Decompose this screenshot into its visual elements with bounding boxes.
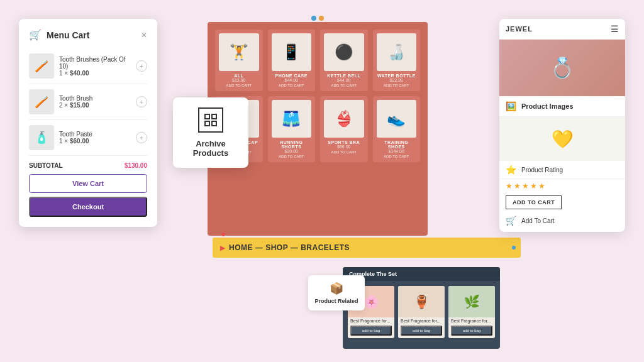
- cart-subtotal: SUBTOTAL $130.00: [29, 156, 147, 174]
- archive-products-title: Archive Products: [183, 139, 238, 158]
- cart-item-add-button[interactable]: +: [136, 60, 147, 72]
- menu-cart-widget: 🛒 Menu Cart ✕ 🪥 Tooth Brushes (Pack Of 1…: [19, 19, 157, 227]
- grid-item-price: $22.00: [377, 78, 417, 82]
- grid-item-image: 🏋️: [219, 33, 259, 71]
- star-4: ★: [530, 182, 537, 190]
- cart-item-image: 🪥: [29, 53, 54, 79]
- dot-red: [221, 233, 225, 236]
- product-related-label: Product Related: [314, 298, 358, 304]
- close-button[interactable]: ✕: [141, 31, 147, 40]
- grid-item-image: 🍶: [377, 33, 417, 71]
- cart-item: 🪥 Tooth Brushes (Pack Of 10) 1 × $40.00 …: [29, 48, 147, 84]
- grid-item-price: $13.00: [219, 78, 259, 82]
- add-to-cart-button[interactable]: ADD TO CART: [324, 150, 364, 154]
- complete-product-item[interactable]: 🌿 Best Fragrance for... add to bag: [448, 286, 495, 338]
- grid-item[interactable]: ⚫ KETTLE BELL $44.00 ADD TO CART: [320, 30, 368, 91]
- breadcrumb-dots: [221, 233, 225, 236]
- grid-item-image: 🩳: [272, 100, 312, 138]
- svg-rect-2: [205, 121, 209, 126]
- grid-item-image: 📱: [272, 33, 312, 71]
- jewel-logo: JEWEL: [506, 25, 533, 33]
- add-to-cart-button[interactable]: ADD TO CART: [219, 84, 259, 87]
- grid-item-name: SPORTS BRA: [324, 140, 364, 145]
- grid-item[interactable]: 📱 PHONE CASE $44.00 ADD TO CART: [268, 30, 316, 91]
- add-to-cart-button[interactable]: ADD TO CART: [377, 84, 417, 87]
- complete-the-set-section: Complete The Set 🌸 Best Fragrance for...…: [343, 267, 500, 349]
- grid-item-name: RUNNING SHORTS: [272, 140, 312, 149]
- jewel-hero-image: 💍: [499, 40, 625, 96]
- grid-item-image: 👙: [324, 100, 364, 138]
- grid-item[interactable]: 👙 SPORTS BRA $66.00 ADD TO CART: [320, 96, 368, 162]
- rating-icon: ⭐: [506, 165, 516, 175]
- add-to-cart-button[interactable]: ADD TO CART: [272, 155, 312, 158]
- grid-item[interactable]: 🍶 WATER BOTTLE $22.00 ADD TO CART: [373, 30, 421, 91]
- grid-item-image: ⚫: [324, 33, 364, 71]
- add-to-cart-button[interactable]: ADD TO CART: [506, 195, 562, 209]
- grid-item[interactable]: 🩳 RUNNING SHORTS $20.00 ADD TO CART: [268, 96, 316, 162]
- cart-item-info: Tooth Paste 1 × $60.00: [59, 131, 131, 145]
- product-rating-section: ⭐ Product Rating: [499, 161, 625, 179]
- archive-products-widget: Archive Products: [173, 97, 248, 168]
- stars-row: ★ ★ ★ ★ ★: [499, 179, 625, 193]
- add-to-bag-button[interactable]: add to bag: [401, 326, 442, 336]
- cart-item-info: Tooth Brushes (Pack Of 10) 1 × $40.00: [59, 56, 131, 77]
- cart-item-name: Tooth Paste: [59, 131, 131, 138]
- cart-item-add-button[interactable]: +: [136, 132, 147, 143]
- grid-item-price: $20.00: [272, 149, 312, 153]
- grid-row: 🏋️ ALL $13.00 ADD TO CART 📱 PHONE CASE $…: [215, 30, 420, 91]
- svg-rect-3: [212, 121, 216, 126]
- grid-top-dots: [311, 16, 324, 21]
- star-2: ★: [514, 182, 521, 190]
- grid-item-name: PHONE CASE: [272, 74, 312, 78]
- complete-product-name: Best Fragrance for...: [398, 317, 445, 324]
- cart-item-qty: 1 × $40.00: [59, 70, 131, 77]
- grid-item-name: ALL: [219, 74, 259, 78]
- product-images-section: 🖼️ Product Images: [499, 96, 625, 117]
- star-3: ★: [522, 182, 529, 190]
- svg-rect-1: [212, 114, 216, 119]
- jewel-header: JEWEL ☰: [499, 19, 625, 40]
- grid-item-price: $66.00: [324, 145, 364, 149]
- grid-item[interactable]: 🏋️ ALL $13.00 ADD TO CART: [215, 30, 263, 91]
- product-related-widget: 📦 Product Related: [308, 275, 365, 310]
- breadcrumb-icon: ▶: [220, 244, 225, 251]
- grid-item-price: $144.00: [377, 149, 417, 153]
- cart-item-add-button[interactable]: +: [136, 96, 147, 107]
- add-to-cart-button[interactable]: ADD TO CART: [272, 84, 312, 87]
- product-images-label: Product Images: [521, 102, 574, 110]
- jewel-menu-icon[interactable]: ☰: [611, 24, 619, 34]
- complete-product-name: Best Fragrance for...: [348, 317, 394, 324]
- subtotal-label: SUBTOTAL: [29, 162, 63, 169]
- add-to-cart-button[interactable]: ADD TO CART: [377, 155, 417, 158]
- cart-item-name: Tooth Brush: [59, 95, 131, 102]
- complete-section-header: Complete The Set: [343, 267, 500, 281]
- star-5: ★: [538, 182, 545, 190]
- product-images-icon: 🖼️: [506, 101, 516, 111]
- grid-item[interactable]: 👟 TRAINING SHOES $144.00 ADD TO CART: [373, 96, 421, 162]
- cart-item-image: 🧴: [29, 125, 54, 150]
- grid-item-price: $44.00: [272, 78, 312, 82]
- add-to-cart-button[interactable]: ADD TO CART: [324, 84, 364, 87]
- complete-product-item[interactable]: 🏺 Best Fragrance for... add to bag: [398, 286, 445, 338]
- jewel-widget: JEWEL ☰ 💍 🖼️ Product Images 💛 ⭐ Product …: [499, 19, 625, 232]
- product-related-icon: 📦: [330, 282, 343, 295]
- cart-item-qty: 1 × $60.00: [59, 138, 131, 145]
- dot-orange: [319, 16, 324, 21]
- cart-icon: 🛒: [29, 29, 42, 41]
- complete-product-image: 🌿: [448, 286, 495, 317]
- breadcrumb-widget: ▶ HOME — SHOP — BRACELETS: [213, 238, 521, 258]
- add-to-bag-button[interactable]: add to bag: [350, 326, 392, 336]
- cart-item-image: 🪥: [29, 89, 54, 114]
- view-cart-button[interactable]: View Cart: [29, 174, 147, 193]
- add-to-bag-button[interactable]: add to bag: [451, 326, 492, 336]
- cart-widget-icon: 🛒: [506, 216, 516, 226]
- cart-item-qty: 2 × $15.00: [59, 102, 131, 109]
- dot-blue: [311, 16, 316, 21]
- add-to-cart-widget-section: 🛒 Add To Cart: [499, 213, 625, 232]
- complete-products-row: 🌸 Best Fragrance for... add to bag 🏺 Bes…: [343, 281, 500, 343]
- add-to-cart-widget-label: Add To Cart: [521, 217, 555, 224]
- breadcrumb-text: HOME — SHOP — BRACELETS: [229, 243, 350, 252]
- svg-rect-0: [205, 114, 209, 119]
- grid-item-name: TRAINING SHOES: [377, 140, 417, 149]
- checkout-button[interactable]: Checkout: [29, 197, 147, 217]
